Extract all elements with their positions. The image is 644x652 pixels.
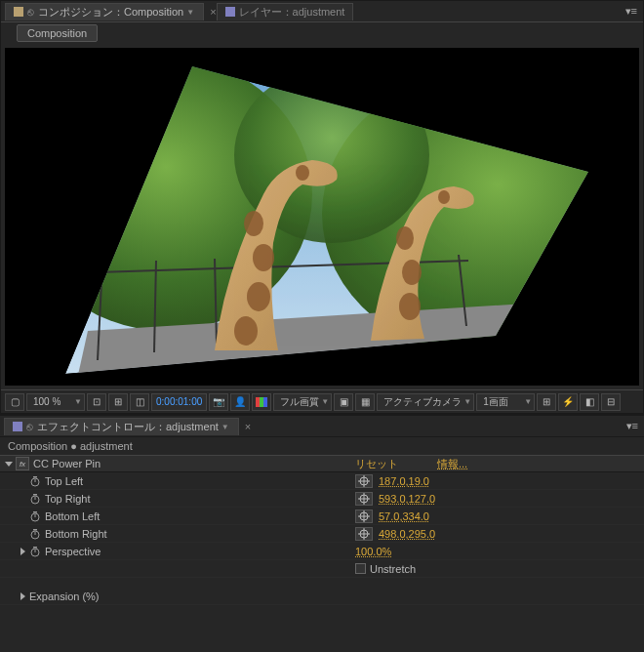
prop-row-bottom-left: Bottom Left 57.0,334.0 [0,508,644,525]
sub-tab-label: Composition [27,27,87,39]
stopwatch-icon[interactable] [29,546,41,557]
effect-header-row[interactable]: fx CC Power Pin リセット 情報... [0,455,644,472]
timeline-icon[interactable]: ◧ [580,393,599,411]
crosshair-icon[interactable] [355,474,373,488]
svg-point-19 [402,260,422,285]
prop-label: Top Left [45,475,83,487]
breadcrumb: Composition ● adjustment [0,437,644,455]
prop-label: Expansion (%) [29,591,100,602]
prop-label: Unstretch [370,563,416,575]
stopwatch-icon[interactable] [29,493,41,505]
channels-icon[interactable] [252,393,271,411]
tab-composition[interactable]: ⎋ コンポジション：Composition ▼ [5,3,204,20]
views-value: 1画面 [483,395,508,409]
fast-preview-icon[interactable]: ⚡ [558,393,578,411]
svg-point-15 [247,282,270,311]
prop-value[interactable]: 593.0,127.0 [379,493,435,505]
dropdown-icon[interactable]: ▼ [221,422,230,431]
composition-panel: ⎋ コンポジション：Composition ▼ × レイヤー：adjustmen… [0,0,644,414]
always-preview-icon[interactable]: ▢ [5,393,24,411]
effect-controls-panel: ⎋ エフェクトコントロール：adjustment ▼ × ▾≡ Composit… [0,414,644,652]
tab-layer-label: レイヤー：adjustment [239,5,345,20]
prop-row-top-right: Top Right 593.0,127.0 [0,490,644,508]
roi-icon[interactable]: ⊡ [87,393,106,411]
quality-dropdown[interactable]: フル画質▼ [273,393,332,411]
prop-value[interactable]: 100.0% [355,546,391,557]
views-dropdown[interactable]: 1画面▼ [476,393,535,411]
tab-layer[interactable]: レイヤー：adjustment [217,3,354,20]
crosshair-icon[interactable] [355,527,373,541]
prop-value[interactable]: 187.0,19.0 [379,475,429,487]
link-icon: ⎋ [27,6,34,18]
tab-effect-controls-label: エフェクトコントロール：adjustment [37,420,219,434]
swatch-icon [225,7,235,17]
snapshot-icon[interactable]: 📷 [209,393,228,411]
sub-tab-composition[interactable]: Composition [17,24,98,42]
prop-row-unstretch: Unstretch [0,560,644,578]
composition-tab-bar: ⎋ コンポジション：Composition ▼ × レイヤー：adjustmen… [1,1,643,22]
composition-viewer[interactable] [5,48,639,386]
dropdown-icon[interactable]: ▼ [185,7,195,17]
prop-row-expansion: Expansion (%) [0,588,644,605]
timecode-value: 0:00:01:00 [156,396,202,407]
info-link[interactable]: 情報... [437,457,467,471]
fx-badge-icon[interactable]: fx [16,457,29,470]
viewer-canvas [5,48,639,386]
tab-effect-controls[interactable]: ⎋ エフェクトコントロール：adjustment ▼ [4,418,239,435]
stopwatch-icon[interactable] [29,528,41,540]
svg-rect-37 [33,511,37,513]
prop-label: Bottom Left [45,510,100,522]
panel-menu-icon[interactable]: ▾≡ [626,420,638,432]
mask-icon[interactable]: ◫ [130,393,149,411]
prop-row-perspective: Perspective 100.0% [0,543,644,560]
svg-marker-47 [20,548,25,555]
prop-value[interactable]: 57.0,334.0 [379,510,429,522]
zoom-dropdown[interactable]: 100 %▼ [26,393,85,411]
stopwatch-icon[interactable] [29,510,41,522]
exposure-icon[interactable]: ▣ [334,393,353,411]
prop-label: Bottom Right [45,528,107,540]
camera-value: アクティブカメラ [383,395,462,409]
svg-point-13 [244,211,263,236]
panel-menu-icon[interactable]: ▾≡ [625,5,637,18]
sub-tab-row: Composition [1,22,643,44]
crosshair-icon[interactable] [355,492,373,506]
quality-value: フル画質 [280,395,319,409]
prop-row-top-left: Top Left 187.0,19.0 [0,472,644,490]
camera-dropdown[interactable]: アクティブカメラ▼ [377,393,474,411]
prop-row-bottom-right: Bottom Right 498.0,295.0 [0,525,644,543]
link-icon: ⎋ [26,421,33,432]
close-icon[interactable]: × [245,421,251,432]
breadcrumb-text: Composition ● adjustment [8,440,133,452]
viewer-toolbar: ▢ 100 %▼ ⊡ ⊞ ◫ 0:00:01:00 📷 👤 フル画質▼ ▣ ▦ … [1,389,643,413]
swatch-icon [13,422,22,431]
alpha-icon[interactable]: ▦ [355,393,375,411]
svg-point-17 [296,165,309,181]
stopwatch-icon[interactable] [29,475,41,487]
twirl-down-icon[interactable] [4,459,14,469]
grid-icon[interactable]: ⊞ [108,393,128,411]
timecode-field[interactable]: 0:00:01:00 [151,393,207,411]
prop-label: Perspective [45,546,101,557]
prop-value[interactable]: 498.0,295.0 [379,528,435,540]
tab-composition-label: コンポジション：Composition [38,5,183,20]
svg-marker-51 [20,592,25,600]
svg-point-20 [399,293,421,320]
zoom-value: 100 % [33,396,60,407]
svg-rect-25 [33,476,37,478]
show-snapshot-icon[interactable]: 👤 [230,393,250,411]
unstretch-checkbox[interactable] [355,563,366,574]
flowchart-icon[interactable]: ⊟ [601,393,621,411]
crosshair-icon[interactable] [355,509,373,523]
twirl-right-icon[interactable] [18,591,27,601]
swatch-icon [14,7,23,17]
twirl-right-icon[interactable] [18,547,27,556]
reset-link[interactable]: リセット [355,457,398,471]
pixel-aspect-icon[interactable]: ⊞ [537,393,556,411]
svg-rect-50 [33,547,37,549]
svg-rect-31 [33,494,37,496]
svg-point-16 [234,316,258,346]
effect-name: CC Power Pin [33,458,101,469]
svg-rect-43 [33,529,37,531]
svg-marker-22 [5,462,13,467]
